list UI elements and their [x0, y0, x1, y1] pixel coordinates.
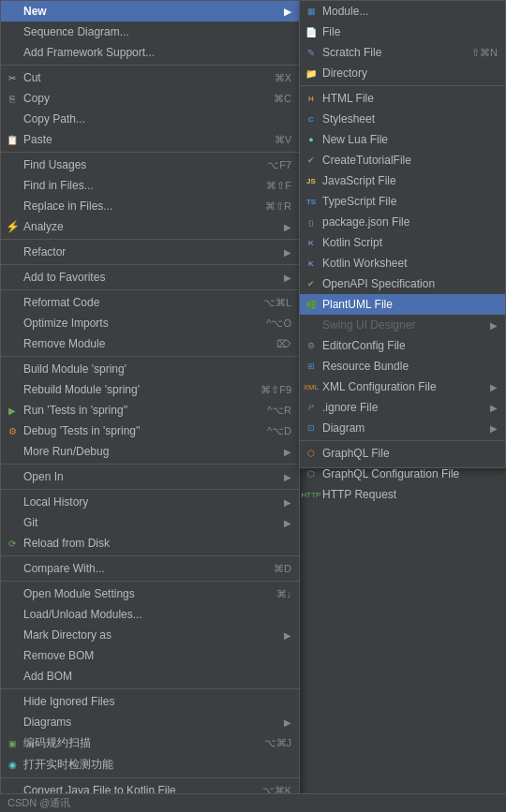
menu-item-more-run[interactable]: More Run/Debug ▶	[1, 441, 299, 462]
menu-item-paste[interactable]: 📋 Paste ⌘V	[1, 129, 299, 150]
menu-item-run-tests[interactable]: ▶ Run 'Tests in 'spring'' ^⌥R	[1, 400, 299, 421]
submenu-item-stylesheet[interactable]: C Stylesheet	[300, 109, 505, 129]
graphql-config-icon: ⬡	[304, 466, 319, 481]
paste-label: Paste	[23, 133, 260, 146]
menu-item-remove-module[interactable]: Remove Module ⌦	[1, 333, 299, 354]
submenu-item-file[interactable]: 📄 File	[300, 22, 505, 42]
submenu-item-diagram[interactable]: ⊡ Diagram ▶	[300, 418, 505, 438]
diagram-label: Diagram	[322, 421, 483, 435]
directory-icon: 📁	[304, 66, 319, 81]
css-icon: C	[304, 111, 319, 126]
menu-item-reformat-code[interactable]: Reformat Code ⌥⌘L	[1, 292, 299, 313]
submenu-item-scratch-file[interactable]: ✎ Scratch File ⇧⌘N	[300, 42, 505, 63]
menu-item-code-scan[interactable]: ▣ 编码规约扫描 ⌥⌘J	[1, 732, 299, 754]
menu-item-copy-path[interactable]: Copy Path...	[1, 109, 299, 129]
menu-item-diagrams[interactable]: Diagrams ▶	[1, 712, 299, 732]
submenu-item-directory[interactable]: 📁 Directory	[300, 63, 505, 83]
menu-item-load-modules[interactable]: Load/Unload Modules...	[1, 604, 299, 625]
menu-item-debug-tests[interactable]: ⚙ Debug 'Tests in 'spring'' ^⌥D	[1, 421, 299, 441]
menu-item-new[interactable]: New ▶	[1, 1, 299, 22]
add-favorites-arrow: ▶	[284, 273, 291, 283]
menu-item-copy[interactable]: ⎘ Copy ⌘C	[1, 88, 299, 109]
ignore-file-label: .ignore File	[322, 401, 483, 414]
rebuild-module-label: Rebuild Module 'spring'	[23, 383, 246, 396]
menu-item-mark-directory[interactable]: Mark Directory as ▶	[1, 625, 299, 645]
module-icon: ▦	[304, 4, 319, 19]
separator-7	[1, 464, 299, 465]
separator-11	[1, 688, 299, 689]
submenu-item-plantuml[interactable]: 🌿 PlantUML File	[300, 294, 505, 315]
submenu-item-lua-file[interactable]: ● New Lua File	[300, 129, 505, 150]
kotlin-script-label: Kotlin Script	[322, 236, 498, 249]
add-framework-label: Add Framework Support...	[23, 46, 291, 59]
menu-item-compare-with[interactable]: Compare With... ⌘D	[1, 558, 299, 579]
create-tutorial-label: CreateTutorialFile	[322, 154, 498, 167]
menu-item-realtime-detect[interactable]: ◉ 打开实时检测功能	[1, 754, 299, 775]
submenu-item-editorconfig[interactable]: ⚙ EditorConfig File	[300, 335, 505, 356]
menu-item-open-in[interactable]: Open In ▶	[1, 466, 299, 487]
menu-item-add-favorites[interactable]: Add to Favorites ▶	[1, 267, 299, 288]
menu-item-add-bom[interactable]: Add BOM	[1, 666, 299, 687]
submenu-item-kotlin-script[interactable]: K Kotlin Script	[300, 232, 505, 253]
menu-item-cut[interactable]: ✂ Cut ⌘X	[1, 67, 299, 88]
module-settings-label: Open Module Settings	[23, 587, 261, 600]
diagrams-arrow: ▶	[284, 717, 291, 728]
submenu-item-package-json[interactable]: {} package.json File	[300, 212, 505, 232]
submenu-item-kotlin-worksheet[interactable]: K Kotlin Worksheet	[300, 253, 505, 273]
menu-item-find-files[interactable]: Find in Files... ⌘⇧F	[1, 175, 299, 196]
submenu-item-js-file[interactable]: JS JavaScript File	[300, 170, 505, 191]
reformat-code-label: Reformat Code	[23, 296, 248, 309]
menu-item-optimize-imports[interactable]: Optimize Imports ^⌥O	[1, 313, 299, 333]
graphql-config-label: GraphQL Configuration File	[322, 467, 498, 480]
menu-item-hide-ignored[interactable]: Hide Ignored Files	[1, 691, 299, 712]
submenu-item-xml-config[interactable]: XML XML Configuration File ▶	[300, 376, 505, 397]
menu-item-analyze[interactable]: ⚡ Analyze ▶	[1, 216, 299, 237]
submenu-item-create-tutorial[interactable]: ✔ CreateTutorialFile	[300, 150, 505, 170]
menu-item-rebuild-module[interactable]: Rebuild Module 'spring' ⌘⇧F9	[1, 379, 299, 400]
http-request-label: HTTP Request	[322, 488, 498, 501]
remove-bom-label: Remove BOM	[23, 649, 291, 662]
new-label: New	[23, 5, 276, 18]
plantuml-icon: 🌿	[304, 297, 319, 312]
submenu-item-http-request[interactable]: HTTP HTTP Request	[300, 484, 505, 505]
submenu-item-ignore-file[interactable]: i* .ignore File ▶	[300, 397, 505, 418]
submenu-item-graphql[interactable]: ⬡ GraphQL File	[300, 443, 505, 464]
menu-item-refactor[interactable]: Refactor ▶	[1, 242, 299, 262]
submenu-item-openapi[interactable]: ✔ OpenAPI Specification	[300, 273, 505, 294]
ignore-arrow: ▶	[490, 403, 498, 413]
refactor-label: Refactor	[23, 245, 276, 258]
submenu-item-ts-file[interactable]: TS TypeScript File	[300, 191, 505, 212]
diagram-arrow: ▶	[490, 423, 498, 434]
submenu-item-module[interactable]: ▦ Module...	[300, 1, 505, 22]
footer-bar: CSDN @通讯	[0, 793, 506, 812]
git-arrow: ▶	[284, 518, 291, 528]
run-tests-label: Run 'Tests in 'spring''	[23, 404, 252, 417]
xml-config-label: XML Configuration File	[322, 380, 483, 393]
swing-designer-label: Swing UI Designer	[322, 318, 483, 332]
menu-item-local-history[interactable]: Local History ▶	[1, 492, 299, 512]
menu-item-module-settings[interactable]: Open Module Settings ⌘↓	[1, 583, 299, 604]
menu-item-sequence-diagram[interactable]: Sequence Diagram...	[1, 22, 299, 42]
code-scan-shortcut: ⌥⌘J	[264, 737, 292, 749]
separator-9	[1, 555, 299, 556]
menu-item-reload-disk[interactable]: ⟳ Reload from Disk	[1, 533, 299, 554]
menu-item-build-module[interactable]: Build Module 'spring'	[1, 359, 299, 379]
new-arrow: ▶	[284, 7, 291, 17]
ts-icon: TS	[304, 194, 319, 209]
menu-item-find-usages[interactable]: Find Usages ⌥F7	[1, 155, 299, 175]
realtime-detect-label: 打开实时检测功能	[23, 757, 291, 773]
submenu-item-html-file[interactable]: H HTML File	[300, 88, 505, 109]
code-scan-label: 编码规约扫描	[23, 735, 249, 751]
submenu-item-resource-bundle[interactable]: ⊞ Resource Bundle	[300, 356, 505, 376]
submenu-item-swing-designer[interactable]: Swing UI Designer ▶	[300, 315, 505, 335]
submenu-item-graphql-config[interactable]: ⬡ GraphQL Configuration File	[300, 464, 505, 484]
module-label: Module...	[322, 5, 498, 18]
menu-item-git[interactable]: Git ▶	[1, 512, 299, 533]
find-files-label: Find in Files...	[23, 179, 251, 192]
new-submenu: ▦ Module... 📄 File ✎ Scratch File ⇧⌘N 📁 …	[299, 0, 506, 468]
menu-item-add-framework[interactable]: Add Framework Support...	[1, 42, 299, 63]
menu-item-replace-files[interactable]: Replace in Files... ⌘⇧R	[1, 196, 299, 216]
find-usages-label: Find Usages	[23, 158, 252, 171]
file-label: File	[322, 25, 498, 38]
menu-item-remove-bom[interactable]: Remove BOM	[1, 645, 299, 666]
